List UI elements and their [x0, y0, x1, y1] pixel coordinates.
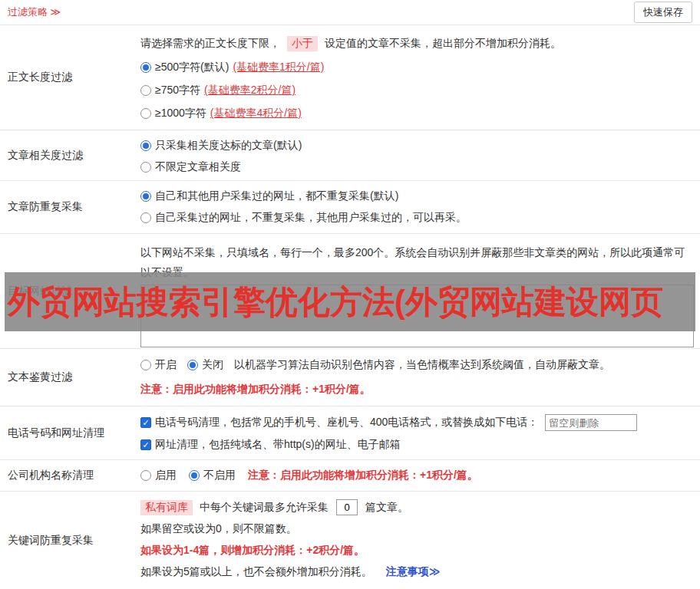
keyword-rule-5plus: 如果设为5篇或以上，也不会额外增加积分消耗。	[140, 565, 372, 579]
notes-link[interactable]: 注意事项≫	[386, 565, 441, 579]
option-fee-note: (基础费率1积分/篇)	[233, 61, 324, 74]
option-label: 自己采集过的网址，不重复采集，其他用户采集过的，可以再采。	[155, 211, 467, 225]
option-label: ≥750字符	[155, 84, 200, 97]
company-on-label: 启用	[155, 469, 177, 482]
row-body-length-filter: 正文长度过滤 请选择需求的正文长度下限， 小于 设定值的文章不采集，超出部分不增…	[0, 25, 700, 130]
radio-icon[interactable]	[140, 162, 151, 173]
row-label: 公司机构名称清理	[0, 460, 134, 491]
replacement-phone-input[interactable]	[545, 414, 637, 431]
radio-porn-on[interactable]	[140, 360, 151, 370]
row-url-dedup: 文章防重复采集 自己和其他用户采集过的网址，都不重复采集(默认) 自己采集过的网…	[0, 181, 700, 234]
keyword-rule-zero: 如果留空或设为0，则不限篇数。	[140, 522, 694, 536]
row-phone-url-clean: 电话号码和网址清理 电话号码清理，包括常见的手机号、座机号、400电话格式，或替…	[0, 406, 700, 460]
body-length-intro: 请选择需求的正文长度下限， 小于 设定值的文章不采集，超出部分不增加积分消耗。	[140, 36, 694, 51]
watermark-overlay: 外贸网站搜索引擎优化方法(外贸网站建设网页	[5, 272, 695, 331]
length-option-500[interactable]: ≥500字符(默认) (基础费率1积分/篇)	[140, 61, 694, 74]
keyword-limit-text-end: 篇文章。	[365, 501, 408, 515]
porn-off-label: 关闭	[202, 358, 223, 372]
option-label: ≥1000字符	[155, 107, 206, 120]
row-company-clean: 公司机构名称清理 启用 不启用 注意：启用此功能将增加积分消耗：+1积分/篇。	[0, 460, 700, 492]
dedup-option-global[interactable]: 自己和其他用户采集过的网址，都不重复采集(默认)	[140, 189, 694, 203]
option-label: ≥500字符(默认)	[155, 61, 229, 74]
porn-filter-cost-note: 注意：启用此功能将增加积分消耗：+1积分/篇。	[140, 383, 694, 397]
private-thesaurus-badge: 私有词库	[140, 500, 193, 515]
row-label: 正文长度过滤	[0, 25, 134, 130]
length-option-750[interactable]: ≥750字符 (基础费率2积分/篇)	[140, 84, 694, 97]
radio-icon[interactable]	[140, 212, 151, 223]
checkbox-url-clean[interactable]	[140, 439, 151, 450]
filter-strategy-page: 过滤策略 ≫ 快速保存 正文长度过滤 请选择需求的正文长度下限， 小于 设定值的…	[0, 0, 700, 589]
option-fee-note: (基础费率2积分/篇)	[204, 84, 296, 97]
option-label: 不限定文章相关度	[155, 160, 241, 174]
porn-filter-description: 以机器学习算法自动识别色情内容，当色情概率达到系统阈值，自动屏蔽文章。	[234, 358, 610, 372]
row-label: 关键词防重复采集	[0, 492, 134, 589]
phone-clean-label: 电话号码清理，包括常见的手机号、座机号、400电话格式，或替换成如下电话：	[155, 416, 538, 429]
radio-icon[interactable]	[140, 108, 151, 119]
option-fee-note: (基础费率4积分/篇)	[210, 107, 302, 120]
row-label: 文章相关度过滤	[0, 130, 134, 180]
keyword-limit-text: 中每个关键词最多允许采集	[200, 501, 329, 515]
intro-text-post: 设定值的文章不采集，超出部分不增加积分消耗。	[325, 37, 561, 51]
quick-save-button[interactable]: 快速保存	[634, 2, 692, 23]
radio-icon[interactable]	[140, 62, 151, 73]
row-label: 文章防重复采集	[0, 181, 134, 233]
option-label: 只采集相关度达标的文章(默认)	[155, 139, 302, 153]
porn-on-label: 开启	[155, 358, 177, 372]
radio-icon[interactable]	[140, 85, 151, 96]
radio-company-clean-off[interactable]	[189, 470, 200, 481]
page-title: 过滤策略 ≫	[8, 5, 61, 19]
row-label: 文本鉴黄过滤	[0, 349, 134, 406]
row-label: 电话号码和网址清理	[0, 406, 134, 459]
checkbox-phone-clean[interactable]	[140, 417, 151, 428]
row-keyword-dedup: 关键词防重复采集 私有词库 中每个关键词最多允许采集 篇文章。 如果留空或设为0…	[0, 492, 700, 589]
intro-text-pre: 请选择需求的正文长度下限，	[140, 37, 280, 51]
row-relevance-filter: 文章相关度过滤 只采集相关度达标的文章(默认) 不限定文章相关度	[0, 130, 700, 181]
url-clean-label: 网址清理，包括纯域名、带http(s)的网址、电子邮箱	[155, 438, 401, 452]
watermark-text: 外贸网站搜索引擎优化方法(外贸网站建设网页	[8, 281, 663, 324]
intro-highlight: 小于	[287, 36, 318, 51]
dedup-option-self-only[interactable]: 自己采集过的网址，不重复采集，其他用户采集过的，可以再采。	[140, 211, 694, 225]
radio-icon[interactable]	[140, 191, 151, 202]
page-header: 过滤策略 ≫ 快速保存	[0, 0, 700, 25]
length-option-1000[interactable]: ≥1000字符 (基础费率4积分/篇)	[140, 107, 694, 120]
option-label: 自己和其他用户采集过的网址，都不重复采集(默认)	[155, 189, 398, 203]
relevance-option-strict[interactable]: 只采集相关度达标的文章(默认)	[140, 139, 694, 153]
radio-icon[interactable]	[140, 140, 151, 151]
company-off-label: 不启用	[203, 469, 236, 482]
relevance-option-any[interactable]: 不限定文章相关度	[140, 160, 694, 174]
keyword-rule-1-4: 如果设为1-4篇，则增加积分消耗：+2积分/篇。	[140, 544, 694, 558]
row-porn-filter: 文本鉴黄过滤 开启 关闭 以机器学习算法自动识别色情内容，当色情概率达到系统阈值…	[0, 349, 700, 406]
radio-porn-off[interactable]	[187, 360, 198, 370]
company-clean-cost-note: 注意：启用此功能将增加积分消耗：+1积分/篇。	[248, 469, 478, 482]
radio-company-clean-on[interactable]	[140, 470, 151, 481]
keyword-count-input[interactable]	[336, 499, 358, 515]
